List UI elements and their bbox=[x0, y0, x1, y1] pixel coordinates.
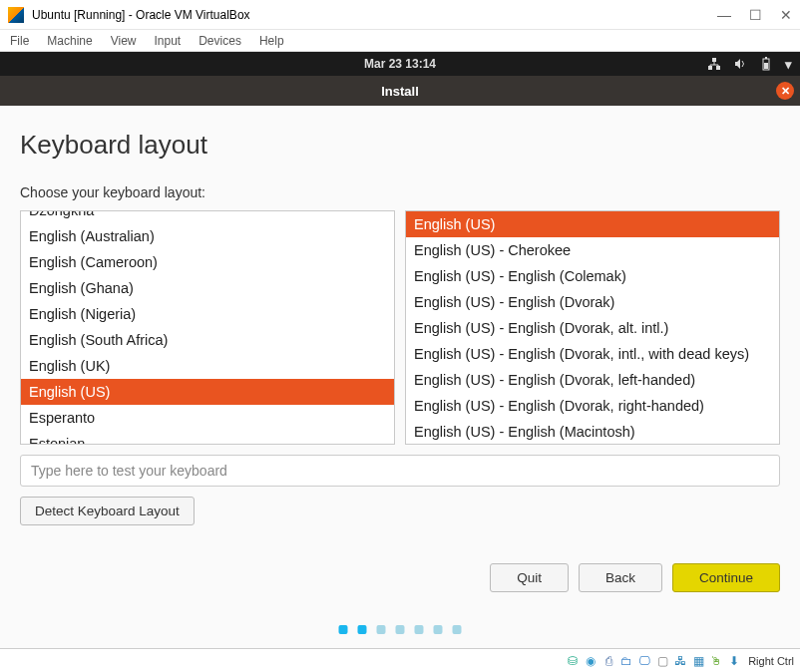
language-item[interactable]: Estonian bbox=[21, 431, 394, 445]
svg-rect-4 bbox=[765, 57, 767, 59]
variant-item[interactable]: English (US) - Cherokee bbox=[406, 237, 779, 263]
virtualbox-statusbar: ⛁ ◉ ⎙ 🗀 🖵 ▢ 🖧 ▦ 🖱 ⬇ Right Ctrl bbox=[0, 648, 800, 672]
menu-machine[interactable]: Machine bbox=[47, 34, 92, 48]
maximize-icon[interactable]: ☐ bbox=[749, 8, 762, 22]
language-item[interactable]: English (Nigeria) bbox=[21, 301, 394, 327]
display-icon[interactable]: 🖵 bbox=[636, 653, 652, 669]
variant-item[interactable]: English (US) - English (Dvorak) bbox=[406, 289, 779, 315]
ubuntu-top-bar: Mar 23 13:14 ▾ bbox=[0, 52, 800, 76]
variant-item[interactable]: English (US) - English (Dvorak, intl., w… bbox=[406, 341, 779, 367]
page-heading: Keyboard layout bbox=[20, 130, 780, 161]
menu-devices[interactable]: Devices bbox=[199, 34, 241, 48]
progress-dot bbox=[396, 625, 405, 634]
system-tray[interactable]: ▾ bbox=[707, 57, 792, 72]
layout-columns: DzongkhaEnglish (Australian)English (Cam… bbox=[20, 210, 780, 445]
volume-icon[interactable] bbox=[733, 57, 747, 71]
usb-icon[interactable]: ⎙ bbox=[600, 653, 616, 669]
instruction-label: Choose your keyboard layout: bbox=[20, 184, 780, 200]
installer-titlebar: Install ✕ bbox=[0, 76, 800, 106]
progress-dot bbox=[339, 625, 348, 634]
installer-close-button[interactable]: ✕ bbox=[776, 82, 794, 100]
virtualbox-logo-icon bbox=[8, 7, 24, 23]
back-button[interactable]: Back bbox=[579, 563, 662, 592]
language-item[interactable]: English (Australian) bbox=[21, 223, 394, 249]
language-item[interactable]: English (Ghana) bbox=[21, 275, 394, 301]
variant-item[interactable]: English (US) bbox=[406, 211, 779, 237]
language-item[interactable]: Esperanto bbox=[21, 405, 394, 431]
quit-button[interactable]: Quit bbox=[490, 563, 569, 592]
progress-indicator bbox=[339, 625, 462, 634]
installer-title: Install bbox=[381, 84, 419, 99]
continue-button[interactable]: Continue bbox=[672, 563, 780, 592]
hdd-icon[interactable]: ⛁ bbox=[565, 653, 581, 669]
variant-item[interactable]: English (US) - English (Dvorak, alt. int… bbox=[406, 315, 779, 341]
svg-rect-1 bbox=[708, 66, 712, 70]
language-item[interactable]: English (South Africa) bbox=[21, 327, 394, 353]
language-item[interactable]: Dzongkha bbox=[21, 210, 394, 223]
language-item[interactable]: English (UK) bbox=[21, 353, 394, 379]
svg-rect-5 bbox=[764, 63, 768, 69]
progress-dot bbox=[415, 625, 424, 634]
menu-input[interactable]: Input bbox=[155, 34, 182, 48]
virtualbox-menu-bar: File Machine View Input Devices Help bbox=[0, 30, 800, 52]
network-status-icon[interactable]: 🖧 bbox=[672, 653, 688, 669]
svg-rect-2 bbox=[716, 66, 720, 70]
chevron-down-icon[interactable]: ▾ bbox=[785, 57, 792, 72]
variant-item[interactable]: English (US) - English (Dvorak, left-han… bbox=[406, 367, 779, 393]
installer-body: Keyboard layout Choose your keyboard lay… bbox=[0, 106, 800, 648]
keyboard-test-input[interactable] bbox=[20, 455, 780, 487]
menu-file[interactable]: File bbox=[10, 34, 29, 48]
mouse-integration-icon[interactable]: 🖱 bbox=[708, 653, 724, 669]
shared-folder-icon[interactable]: 🗀 bbox=[618, 653, 634, 669]
svg-rect-0 bbox=[712, 58, 716, 62]
minimize-icon[interactable]: — bbox=[717, 8, 731, 22]
recording-icon[interactable]: ▢ bbox=[654, 653, 670, 669]
variant-item[interactable]: English (US) - English (Macintosh) bbox=[406, 419, 779, 445]
window-title: Ubuntu [Running] - Oracle VM VirtualBox bbox=[32, 8, 717, 22]
detect-layout-button[interactable]: Detect Keyboard Layout bbox=[20, 497, 195, 525]
host-key-label: Right Ctrl bbox=[748, 655, 794, 667]
battery-icon[interactable] bbox=[759, 57, 773, 71]
close-icon[interactable]: ✕ bbox=[780, 8, 792, 22]
language-listbox[interactable]: DzongkhaEnglish (Australian)English (Cam… bbox=[20, 210, 395, 445]
language-item[interactable]: English (Cameroon) bbox=[21, 249, 394, 275]
menu-view[interactable]: View bbox=[111, 34, 137, 48]
progress-dot bbox=[434, 625, 443, 634]
progress-dot bbox=[377, 625, 386, 634]
virtualbox-titlebar: Ubuntu [Running] - Oracle VM VirtualBox … bbox=[0, 0, 800, 30]
network-icon[interactable] bbox=[707, 57, 721, 71]
cpu-icon[interactable]: ▦ bbox=[690, 653, 706, 669]
variant-item[interactable]: English (US) - English (Colemak) bbox=[406, 263, 779, 289]
progress-dot bbox=[453, 625, 462, 634]
optical-icon[interactable]: ◉ bbox=[583, 653, 599, 669]
action-buttons: Quit Back Continue bbox=[490, 563, 780, 592]
variant-listbox[interactable]: English (US)English (US) - CherokeeEngli… bbox=[405, 210, 780, 445]
language-item[interactable]: English (US) bbox=[21, 379, 394, 405]
datetime-label[interactable]: Mar 23 13:14 bbox=[364, 57, 436, 71]
progress-dot bbox=[358, 625, 367, 634]
keyboard-capture-icon[interactable]: ⬇ bbox=[726, 653, 742, 669]
variant-item[interactable]: English (US) - English (Dvorak, right-ha… bbox=[406, 393, 779, 419]
menu-help[interactable]: Help bbox=[259, 34, 284, 48]
window-controls: — ☐ ✕ bbox=[717, 8, 792, 22]
